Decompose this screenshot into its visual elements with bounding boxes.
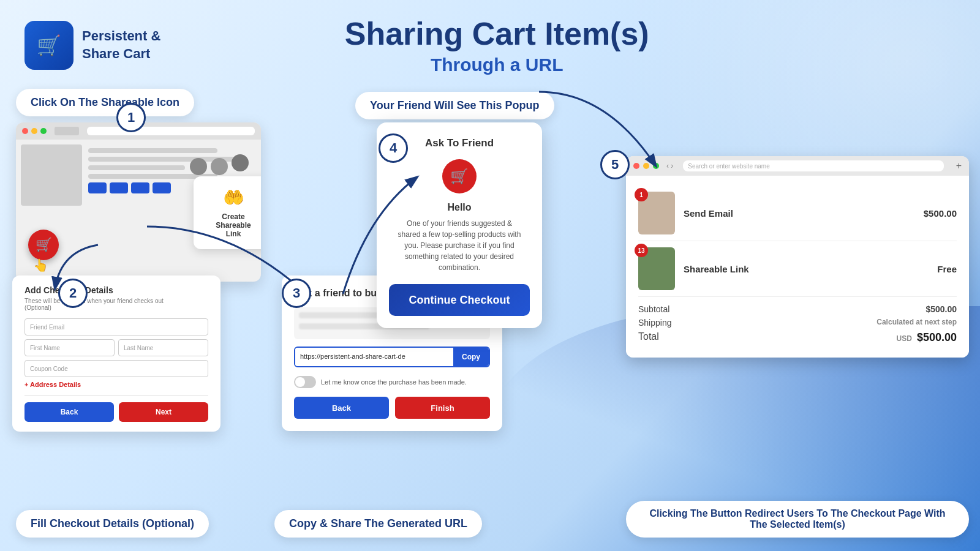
- dot-red: [22, 128, 28, 134]
- step4-callout-area: Your Friend Will See This Popup: [355, 92, 554, 119]
- checkout-title: Add Checkout Details: [24, 285, 208, 295]
- mock-btn2: [110, 182, 128, 193]
- browser-bar2: ‹ › Search or enter website name +: [626, 156, 969, 176]
- notification-toggle[interactable]: [294, 376, 316, 388]
- first-name-field[interactable]: First Name: [24, 339, 115, 356]
- step5-circle: 5: [600, 150, 630, 179]
- browser-nav: [55, 127, 79, 135]
- cursor-hand: 👆: [33, 258, 48, 272]
- checkout-subtitle: These will be pre-filled when your frien…: [24, 298, 208, 311]
- step5-number: 5: [611, 157, 619, 173]
- nav-arrows: ‹ ›: [666, 162, 673, 170]
- step5-dot-yellow: [643, 163, 649, 169]
- item1-price: $500.00: [924, 208, 957, 219]
- step1-circle: 1: [116, 103, 146, 132]
- step5-callout-text: Clicking The Button Redirect Users To Th…: [626, 501, 969, 538]
- step2-callout: Fill Checkout Details (Optional): [16, 510, 209, 538]
- step3-circle: 3: [282, 279, 311, 308]
- first-name-placeholder: First Name: [30, 345, 60, 351]
- step3-buttons: Back Finish: [294, 397, 490, 419]
- mock-line3: [88, 165, 185, 170]
- subtotal-label: Subtotal: [638, 304, 669, 314]
- step1-shareable-card: 🤲 Create ShareableLink: [194, 176, 261, 249]
- cart-item-2: 13 Shareable Link Free: [638, 241, 957, 297]
- back-button[interactable]: Back: [24, 402, 114, 422]
- page-title: Sharing Cart Item(s): [38, 15, 956, 52]
- mock-btn4: [153, 182, 171, 193]
- browser-url1: [87, 127, 255, 135]
- item1-name: Send Email: [675, 208, 924, 219]
- mock-btn3: [131, 182, 149, 193]
- toggle-row: Let me know once the purchase has been m…: [294, 376, 490, 388]
- browser-content1: 🛒 👆 🤲 Create ShareableLink: [16, 140, 261, 282]
- step5-area: ‹ › Search or enter website name + 1 Sen…: [626, 156, 969, 358]
- step5-plus: +: [956, 160, 962, 171]
- form-divider: [24, 395, 208, 396]
- step2-circle: 2: [58, 279, 88, 308]
- coupon-field[interactable]: Coupon Code: [24, 360, 208, 377]
- step1-card-text: Create ShareableLink: [206, 212, 261, 238]
- url-input[interactable]: https://persistent-and-share-cart-de: [295, 348, 453, 366]
- cart-content: 1 Send Email $500.00 13 Shareable Link F…: [626, 176, 969, 358]
- step1-browser: 🛒 👆 🤲 Create ShareableLink: [16, 122, 261, 282]
- dot-yellow: [31, 128, 37, 134]
- subtotal-row: Subtotal $500.00: [638, 304, 957, 314]
- popup-title: Ask To Friend: [389, 137, 530, 149]
- step4-number: 4: [390, 140, 397, 156]
- cart-icon-red[interactable]: 🛒: [28, 230, 59, 260]
- page-subtitle: Through a URL: [38, 54, 956, 75]
- friend-email-field[interactable]: Friend Email: [24, 318, 208, 335]
- item2-name: Shareable Link: [675, 264, 937, 274]
- item1-image: 1: [638, 192, 675, 234]
- step1-card-icon: 🤲: [206, 187, 261, 208]
- checkout-form: Add Checkout Details These will be pre-f…: [12, 276, 221, 432]
- step2-callout-text: Fill Checkout Details (Optional): [16, 510, 209, 538]
- last-name-placeholder: Last Name: [124, 345, 153, 351]
- step1-number: 1: [127, 110, 135, 126]
- step2-number: 2: [69, 285, 77, 301]
- step5-callout: Clicking The Button Redirect Users To Th…: [626, 501, 969, 538]
- step3-callout: Copy & Share The Generated URL: [274, 510, 482, 538]
- item1-badge: 1: [635, 188, 648, 201]
- finish-button[interactable]: Finish: [395, 397, 490, 419]
- address-link[interactable]: + Address Details: [24, 381, 208, 388]
- subtotal-value: $500.00: [925, 304, 957, 314]
- step1-callout-text: Click On The Shareable Icon: [16, 89, 194, 116]
- step5-url-bar[interactable]: Search or enter website name: [683, 160, 943, 171]
- copy-button[interactable]: Copy: [453, 348, 489, 366]
- step5-dot-red: [633, 163, 639, 169]
- step5-browser: ‹ › Search or enter website name + 1 Sen…: [626, 156, 969, 358]
- step4-callout-text: Your Friend Will See This Popup: [355, 92, 554, 119]
- step4-circle: 4: [379, 133, 408, 163]
- dot-green: [40, 128, 47, 134]
- popup-hello: Hello: [389, 202, 530, 213]
- shipping-row: Shipping Calculated at next step: [638, 318, 957, 328]
- step3-number: 3: [293, 285, 300, 301]
- last-name-field[interactable]: Last Name: [118, 339, 208, 356]
- form-buttons: Back Next: [24, 402, 208, 422]
- continue-checkout-button[interactable]: Continue Checkout: [389, 284, 530, 316]
- item2-badge: 13: [635, 244, 648, 257]
- step2-area: Add Checkout Details These will be pre-f…: [12, 276, 233, 432]
- person2: [211, 158, 228, 175]
- step1-browser-area: 🛒 👆 🤲 Create ShareableLink: [16, 122, 261, 282]
- mock-btn1: [88, 182, 107, 193]
- shipping-value: Calculated at next step: [876, 318, 957, 328]
- title-area: Sharing Cart Item(s) Through a URL: [38, 15, 956, 75]
- cart-totals: Subtotal $500.00 Shipping Calculated at …: [638, 297, 957, 344]
- shipping-label: Shipping: [638, 318, 672, 328]
- friend-email-placeholder: Friend Email: [30, 324, 64, 331]
- mock-product-img: [21, 144, 82, 206]
- step5-url-text: Search or enter website name: [688, 163, 769, 170]
- total-row: Total USD $500.00: [638, 331, 957, 344]
- person3: [232, 154, 249, 171]
- step1-callout: Click On The Shareable Icon: [16, 89, 194, 116]
- url-row: https://persistent-and-share-cart-de Cop…: [294, 347, 490, 367]
- next-button[interactable]: Next: [119, 402, 208, 422]
- cart-item-1: 1 Send Email $500.00: [638, 186, 957, 241]
- step3-back-button[interactable]: Back: [294, 397, 389, 419]
- step5-dot-green: [653, 163, 659, 169]
- step3-callout-text: Copy & Share The Generated URL: [274, 510, 482, 538]
- url-value: https://persistent-and-share-cart-de: [300, 353, 405, 360]
- total-value: $500.00: [917, 331, 957, 344]
